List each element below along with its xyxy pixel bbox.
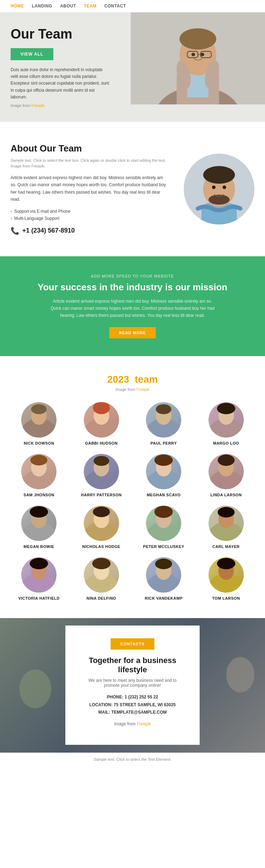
contacts-button[interactable]: CONTACTS (111, 638, 154, 650)
svg-point-44 (218, 455, 235, 466)
team-avatar (146, 402, 181, 438)
svg-point-72 (226, 657, 254, 692)
team-member-name: CARL MAYER (198, 544, 255, 549)
svg-point-35 (30, 455, 47, 466)
svg-point-5 (179, 28, 216, 50)
svg-point-68 (217, 558, 235, 569)
team-avatar (146, 557, 181, 593)
team-member-name: NICHOLAS HODGE (73, 544, 130, 549)
svg-point-12 (201, 53, 204, 56)
hero-credit-link[interactable]: Freepik (31, 103, 45, 108)
svg-point-19 (212, 185, 216, 189)
contact-card: CONTACTS Together for a business lifesty… (65, 626, 200, 745)
team-member-name: NICK DOWSON (11, 441, 67, 445)
team-member: RICK VANDEKAMP (135, 557, 192, 600)
team-avatar (84, 557, 119, 593)
team-avatar (208, 454, 244, 489)
banner-title: Your success in the industry is our miss… (11, 282, 254, 293)
nav-landing[interactable]: LANDING (32, 4, 52, 8)
team-avatar (21, 557, 57, 593)
nav-team[interactable]: TEAM (84, 4, 96, 8)
about-text: Article evident arrived express highest … (11, 174, 170, 203)
team-member-name: GABBI HUDSON (73, 441, 130, 445)
read-more-button[interactable]: READ MORE (109, 327, 156, 338)
svg-point-56 (218, 507, 235, 518)
contact-phone-label: PHONE: (107, 695, 124, 699)
team-member: HARRY PATTERSON (73, 454, 130, 497)
svg-point-23 (31, 404, 47, 414)
svg-point-38 (94, 456, 109, 466)
hero-description: Duis aute irure dolor in reprehenderit i… (11, 67, 110, 101)
svg-point-65 (155, 559, 172, 569)
team-avatar (208, 557, 244, 593)
svg-point-50 (93, 507, 110, 517)
view-all-button[interactable]: VIEW ALL (11, 48, 53, 60)
contact-subtitle: We are here to meet any business need an… (83, 678, 182, 688)
svg-point-20 (223, 185, 226, 189)
svg-point-53 (154, 506, 173, 518)
team-avatar (208, 402, 244, 438)
about-subtitle: Sample text. Click to select the text bo… (11, 158, 170, 169)
about-content: About Our Team Sample text. Click to sel… (11, 143, 170, 235)
contact-location-line: LOCATION: 75 STREET SAMPLE, WI 63025 (83, 701, 182, 709)
contact-credit: Image from Freepik (83, 721, 182, 726)
banner-text: Article evident arrived express highest … (48, 298, 217, 319)
nav-contact[interactable]: CONTACT (104, 4, 126, 8)
contact-mail-label: MAIL: (98, 710, 110, 715)
svg-point-29 (156, 404, 171, 414)
phone-icon: 📞 (11, 227, 19, 235)
team-member-name: PAUL PERRY (135, 441, 192, 445)
team-member-name: RICK VANDEKAMP (135, 596, 192, 600)
team-member: GABBI HUDSON (73, 402, 130, 445)
nav-home[interactable]: HOME (11, 4, 24, 8)
team-grid: NICK DOWSON GABBI HUDSON (11, 402, 254, 600)
team-member: TOM LARSON (198, 557, 255, 600)
team-title-word: team (135, 374, 158, 385)
navigation: HOME LANDING ABOUT TEAM CONTACT (0, 0, 265, 12)
nav-about[interactable]: ABOUT (60, 4, 76, 8)
team-member: MARGO LOO (198, 402, 255, 445)
team-avatar (146, 454, 181, 489)
contact-section: CONTACTS Together for a business lifesty… (0, 618, 265, 753)
banner-section: ADD MORE SPEED TO YOUR WEBSITE Your succ… (0, 256, 265, 356)
hero-section: Our Team VIEW ALL Duis aute irure dolor … (0, 12, 265, 122)
about-person-svg (184, 154, 254, 224)
contact-title: Together for a business lifestyle (83, 656, 182, 674)
team-member-name: MEGHAN SCAVO (135, 493, 192, 497)
team-avatar (208, 506, 244, 541)
team-avatar (146, 506, 181, 541)
team-member: NICK DOWSON (11, 402, 67, 445)
team-member-name: VICTORIA HATFIELD (11, 596, 67, 600)
team-section: 2023 team Image from Freepik NICK DOWSON (0, 356, 265, 618)
team-member-name: NINA DELFINO (73, 596, 130, 600)
svg-point-70 (19, 669, 51, 708)
team-member: PAUL PERRY (135, 402, 192, 445)
team-credit: Image from Freepik (11, 387, 254, 392)
team-credit-link[interactable]: Freepik (136, 387, 149, 392)
svg-point-32 (217, 403, 235, 414)
about-list-item: Support via E-mail and Phone (11, 209, 170, 214)
team-member-name: MEGAN BOWIE (11, 544, 67, 549)
contact-phone: 1 (232) 252 55 22 (125, 695, 158, 699)
about-phone: 📞 +1 (234) 567-8910 (11, 227, 170, 235)
team-avatar (21, 454, 57, 489)
hero-credit: Image from Freepik (11, 103, 110, 108)
team-member-name: SAM JHONSON (11, 493, 67, 497)
svg-point-59 (30, 558, 48, 569)
contact-phone-line: PHONE: 1 (232) 252 55 22 (83, 693, 182, 701)
about-title: About Our Team (11, 143, 170, 154)
team-member: MEGHAN SCAVO (135, 454, 192, 497)
contact-mail-line: MAIL: TEMPLATE@SAMPLE.COM (83, 709, 182, 716)
contact-credit-link[interactable]: Freepik (137, 721, 151, 726)
about-list: Support via E-mail and Phone Multi-Langu… (11, 209, 170, 221)
team-member: PETER MCCLUSKEY (135, 506, 192, 549)
about-image (184, 154, 254, 224)
hero-person-svg (131, 12, 265, 104)
team-avatar (84, 506, 119, 541)
team-member: CARL MAYER (198, 506, 255, 549)
hero-image (131, 12, 265, 122)
contact-location: 75 STREET SAMPLE, WI 63025 (114, 702, 176, 707)
team-member: NICHOLAS HODGE (73, 506, 130, 549)
phone-number: +1 (234) 567-8910 (22, 227, 75, 234)
team-member-name: TOM LARSON (198, 596, 255, 600)
